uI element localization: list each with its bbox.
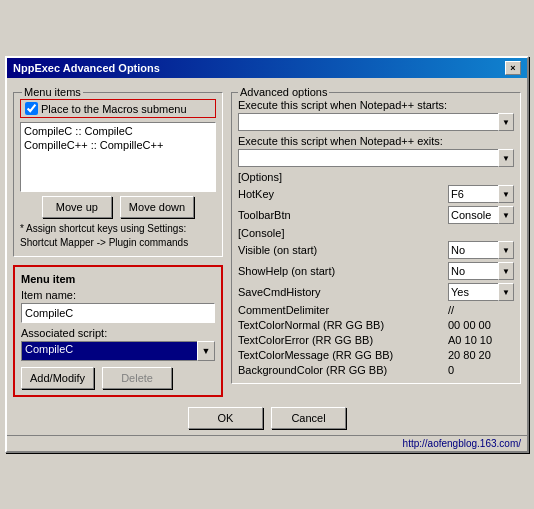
savecmd-input[interactable] <box>448 283 498 301</box>
textcolorerror-label: TextColorError (RR GG BB) <box>238 334 373 346</box>
move-down-button[interactable]: Move down <box>120 196 194 218</box>
main-content: Menu items Place to the Macros submenu C… <box>7 78 527 403</box>
move-buttons-row: Move up Move down <box>20 196 216 218</box>
savecmd-arrow[interactable]: ▼ <box>498 283 514 301</box>
associated-script-combo: CompileC ▼ <box>21 341 215 361</box>
textcolornormal-row: TextColorNormal (RR GG BB) 00 00 00 <box>238 319 514 331</box>
options-label: [Options] <box>238 171 514 183</box>
textcolornormal-value: 00 00 00 <box>448 319 514 331</box>
showhelp-combo: ▼ <box>448 262 514 280</box>
toolbar-row: ToolbarBtn ▼ <box>238 206 514 224</box>
associated-script-arrow[interactable]: ▼ <box>197 341 215 361</box>
textcolorerror-row: TextColorError (RR GG BB) A0 10 10 <box>238 334 514 346</box>
status-text: http://aofengblog.163.com/ <box>403 438 521 449</box>
execute-start-arrow[interactable]: ▼ <box>498 113 514 131</box>
textcolornormal-label: TextColorNormal (RR GG BB) <box>238 319 384 331</box>
commentdelim-label: CommentDelimiter <box>238 304 329 316</box>
move-up-button[interactable]: Move up <box>42 196 112 218</box>
hotkey-arrow[interactable]: ▼ <box>498 185 514 203</box>
backgroundcolor-label: BackgroundColor (RR GG BB) <box>238 364 387 376</box>
macros-submenu-checkbox[interactable] <box>25 102 38 115</box>
add-modify-button[interactable]: Add/Modify <box>21 367 94 389</box>
textcolorerror-value: A0 10 10 <box>448 334 514 346</box>
menu-item-title: Menu item <box>21 273 215 285</box>
commentdelim-row: CommentDelimiter // <box>238 304 514 316</box>
hotkey-combo: ▼ <box>448 185 514 203</box>
checkbox-container: Place to the Macros submenu <box>20 99 216 118</box>
left-panel: Menu items Place to the Macros submenu C… <box>13 84 223 397</box>
hint-text: * Assign shortcut keys using Settings: S… <box>20 222 216 250</box>
toolbar-arrow[interactable]: ▼ <box>498 206 514 224</box>
showhelp-arrow[interactable]: ▼ <box>498 262 514 280</box>
textcolormessage-value: 20 80 20 <box>448 349 514 361</box>
ok-button[interactable]: OK <box>188 407 263 429</box>
visible-label: Visible (on start) <box>238 244 317 256</box>
right-panel: Advanced options Execute this script whe… <box>231 84 521 397</box>
visible-row: Visible (on start) ▼ <box>238 241 514 259</box>
macros-submenu-label: Place to the Macros submenu <box>41 103 187 115</box>
textcolormessage-label: TextColorMessage (RR GG BB) <box>238 349 393 361</box>
visible-combo: ▼ <box>448 241 514 259</box>
footer-buttons: OK Cancel <box>7 403 527 435</box>
execute-exit-label: Execute this script when Notepad++ exits… <box>238 135 514 147</box>
visible-arrow[interactable]: ▼ <box>498 241 514 259</box>
backgroundcolor-value: 0 <box>448 364 514 376</box>
hint-line1: * Assign shortcut keys using Settings: <box>20 223 186 234</box>
list-item[interactable]: CompileC :: CompileC <box>22 124 214 138</box>
toolbar-label: ToolbarBtn <box>238 209 291 221</box>
delete-button[interactable]: Delete <box>102 367 172 389</box>
visible-input[interactable] <box>448 241 498 259</box>
menu-item-section: Menu item Item name: Associated script: … <box>13 265 223 397</box>
showhelp-row: ShowHelp (on start) ▼ <box>238 262 514 280</box>
close-button[interactable]: × <box>505 61 521 75</box>
execute-exit-arrow[interactable]: ▼ <box>498 149 514 167</box>
execute-start-label: Execute this script when Notepad++ start… <box>238 99 514 111</box>
hotkey-input[interactable] <box>448 185 498 203</box>
list-item[interactable]: CompilleC++ :: CompilleC++ <box>22 138 214 152</box>
menu-items-group: Menu items Place to the Macros submenu C… <box>13 92 223 257</box>
title-bar: NppExec Advanced Options × <box>7 58 527 78</box>
savecmd-label: SaveCmdHistory <box>238 286 321 298</box>
hotkey-label: HotKey <box>238 188 274 200</box>
status-bar: http://aofengblog.163.com/ <box>7 435 527 451</box>
associated-script-input[interactable]: CompileC <box>21 341 197 361</box>
execute-exit-input[interactable] <box>238 149 498 167</box>
advanced-options-group: Advanced options Execute this script whe… <box>231 92 521 384</box>
execute-start-combo: ▼ <box>238 113 514 131</box>
hotkey-row: HotKey ▼ <box>238 185 514 203</box>
backgroundcolor-row: BackgroundColor (RR GG BB) 0 <box>238 364 514 376</box>
main-window: NppExec Advanced Options × Menu items Pl… <box>5 56 529 453</box>
title-bar-buttons: × <box>505 61 521 75</box>
savecmd-row: SaveCmdHistory ▼ <box>238 283 514 301</box>
item-name-input[interactable] <box>21 303 215 323</box>
commentdelim-value: // <box>448 304 514 316</box>
toolbar-combo: ▼ <box>448 206 514 224</box>
hint-line2: Shortcut Mapper -> Plugin commands <box>20 237 188 248</box>
cancel-button[interactable]: Cancel <box>271 407 346 429</box>
item-name-label: Item name: <box>21 289 215 301</box>
console-label: [Console] <box>238 227 514 239</box>
showhelp-input[interactable] <box>448 262 498 280</box>
menu-items-legend: Menu items <box>22 86 83 98</box>
menu-items-listbox[interactable]: CompileC :: CompileC CompilleC++ :: Comp… <box>20 122 216 192</box>
savecmd-combo: ▼ <box>448 283 514 301</box>
showhelp-label: ShowHelp (on start) <box>238 265 335 277</box>
window-title: NppExec Advanced Options <box>13 62 160 74</box>
add-delete-row: Add/Modify Delete <box>21 367 215 389</box>
execute-exit-combo: ▼ <box>238 149 514 167</box>
textcolormessage-row: TextColorMessage (RR GG BB) 20 80 20 <box>238 349 514 361</box>
execute-start-input[interactable] <box>238 113 498 131</box>
toolbar-input[interactable] <box>448 206 498 224</box>
adv-options-legend: Advanced options <box>238 86 329 98</box>
associated-script-label: Associated script: <box>21 327 215 339</box>
